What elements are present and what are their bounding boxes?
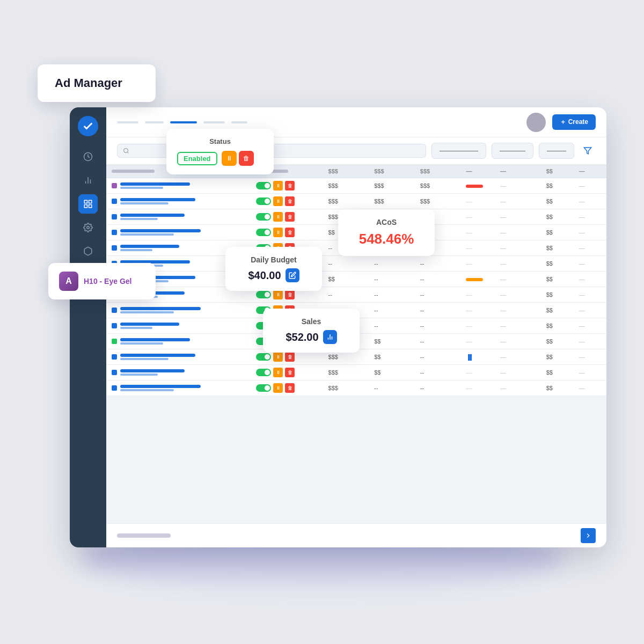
- cell-flag: —: [460, 209, 495, 225]
- card-acos: ACoS 548.46%: [338, 209, 435, 256]
- cell-m3: --: [415, 349, 461, 365]
- cell-d2: —: [574, 380, 606, 396]
- col-2[interactable]: $$$: [369, 165, 415, 178]
- card-product: A H10 - Eye Gel: [48, 263, 156, 299]
- cell-ss: $$: [541, 318, 574, 334]
- cell-m3: $$$: [415, 194, 461, 209]
- cell-flag: —: [460, 194, 495, 209]
- next-page-button[interactable]: [581, 528, 596, 543]
- col-5[interactable]: —: [495, 165, 541, 178]
- status-row: Enabled ⏸ 🗑: [177, 151, 263, 166]
- cell-flag: —: [460, 380, 495, 396]
- col-3[interactable]: $$$: [415, 165, 461, 178]
- cell-m2: --: [369, 272, 415, 287]
- table-row[interactable]: ⏸ 🗑 $$ -- -- — $$ —: [106, 272, 606, 287]
- sidebar: [70, 107, 106, 547]
- table-row[interactable]: ⏸ 🗑 $$$ $$ -- — — $$ —: [106, 365, 606, 380]
- cell-m2: --: [369, 318, 415, 334]
- cell-ss: $$: [541, 380, 574, 396]
- filter-chip-2[interactable]: ————: [492, 143, 533, 159]
- cell-m1: --: [323, 256, 369, 272]
- cell-flag: —: [460, 287, 495, 303]
- pause-button[interactable]: ⏸: [222, 151, 237, 166]
- cell-m2: $$: [369, 349, 415, 365]
- cell-name: [106, 349, 251, 365]
- svg-rect-4: [84, 200, 87, 203]
- cell-m1: --: [323, 287, 369, 303]
- cell-m3: --: [415, 380, 461, 396]
- enabled-badge: Enabled: [177, 152, 217, 165]
- col-7[interactable]: —: [574, 165, 606, 178]
- svg-rect-7: [89, 205, 92, 208]
- status-card-title: Status: [177, 137, 263, 145]
- cell-d2: —: [574, 256, 606, 272]
- topbar-dash-2: [145, 121, 164, 123]
- sidebar-item-grid[interactable]: [78, 194, 98, 214]
- product-name: H10 - Eye Gel: [84, 277, 132, 286]
- sales-chart-button[interactable]: [323, 330, 337, 344]
- cell-status: ⏸ 🗑: [251, 178, 323, 194]
- col-4[interactable]: —: [460, 165, 495, 178]
- cell-name: [106, 303, 251, 318]
- edit-budget-button[interactable]: [286, 268, 299, 282]
- table-row[interactable]: ⏸ 🗑 $$$ $$$ $$$ — — $$ —: [106, 194, 606, 209]
- filter-chip-1[interactable]: ——————: [431, 143, 486, 159]
- cell-flag: —: [460, 225, 495, 240]
- daily-budget-title: Daily Budget: [238, 255, 309, 264]
- cell-m2: --: [369, 303, 415, 318]
- sidebar-item-settings[interactable]: [78, 218, 98, 237]
- cell-flag: —: [460, 334, 495, 349]
- cell-flag: [460, 178, 495, 194]
- table-row[interactable]: ⏸ 🗑 $$$ -- -- — — $$ —: [106, 380, 606, 396]
- cell-d2: —: [574, 287, 606, 303]
- cell-flag: —: [460, 303, 495, 318]
- card-status: Status Enabled ⏸ 🗑: [166, 129, 274, 174]
- cell-status: ⏸ 🗑: [251, 209, 323, 225]
- cell-m1: $$: [323, 272, 369, 287]
- cell-m1: $$$: [323, 365, 369, 380]
- cell-d2: —: [574, 178, 606, 194]
- table-row[interactable]: ⏸ 🗑 -- -- -- — — $$ —: [106, 287, 606, 303]
- cell-d1: —: [495, 349, 541, 365]
- svg-point-9: [124, 149, 128, 153]
- col-1[interactable]: $$$: [323, 165, 369, 178]
- search-icon-1: [123, 148, 129, 154]
- user-avatar[interactable]: [526, 113, 546, 132]
- create-button[interactable]: ＋ Create: [552, 114, 596, 130]
- table-row[interactable]: ⏸ 🗑 $$$ $$$ $$$ — $$ —: [106, 178, 606, 194]
- cell-m1: $$$: [323, 178, 369, 194]
- svg-rect-5: [89, 200, 92, 203]
- cell-d2: —: [574, 240, 606, 256]
- cell-d1: —: [495, 334, 541, 349]
- filter-button[interactable]: [580, 143, 596, 159]
- cell-d1: —: [495, 194, 541, 209]
- cell-d2: —: [574, 349, 606, 365]
- cell-m3: --: [415, 287, 461, 303]
- cell-d2: —: [574, 334, 606, 349]
- filter-chip-3[interactable]: ———: [539, 143, 574, 159]
- sales-title: Sales: [276, 317, 347, 326]
- cell-status: ⏸ 🗑: [251, 380, 323, 396]
- cell-d2: —: [574, 365, 606, 380]
- cell-m3: --: [415, 334, 461, 349]
- table-row[interactable]: ⏸ 🗑 -- -- -- — — $$ —: [106, 256, 606, 272]
- sidebar-logo[interactable]: [78, 116, 98, 136]
- topbar-dash-1: [117, 121, 138, 123]
- sidebar-item-chart[interactable]: [78, 171, 98, 190]
- cell-ss: $$: [541, 334, 574, 349]
- card-sales: Sales $52.00: [263, 309, 360, 353]
- cell-ss: $$: [541, 365, 574, 380]
- card-daily-budget: Daily Budget $40.00: [225, 247, 322, 291]
- cell-m2: $$: [369, 365, 415, 380]
- cell-flag: —: [460, 256, 495, 272]
- cell-status: ⏸ 🗑: [251, 365, 323, 380]
- cell-m2: --: [369, 256, 415, 272]
- sidebar-item-box[interactable]: [78, 241, 98, 261]
- cell-m2: --: [369, 380, 415, 396]
- delete-button[interactable]: 🗑: [239, 151, 254, 166]
- pagination: [106, 523, 606, 547]
- cell-d2: —: [574, 318, 606, 334]
- sidebar-item-clock[interactable]: [78, 147, 98, 166]
- col-6[interactable]: $$: [541, 165, 574, 178]
- svg-line-10: [127, 152, 128, 153]
